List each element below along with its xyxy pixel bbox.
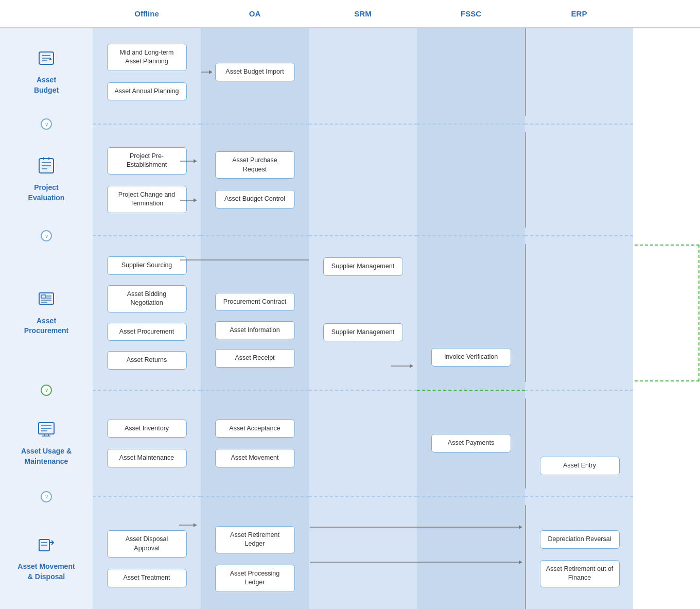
proc-procurement-contract: Procurement Contract (215, 293, 295, 311)
proc-project-pre: Project Pre-Establishment (107, 147, 187, 175)
asset-budget-icon (37, 49, 56, 71)
proc-asset-inventory: Asset Inventory (107, 420, 187, 438)
header-empty (0, 0, 93, 27)
label-asset-usage: Asset Usage &Maintenance (0, 398, 93, 489)
proc-asset-budget-import: Asset Budget Import (215, 63, 295, 81)
proc-mid-longterm: Mid and Long-term Asset Planning (107, 44, 187, 71)
proc-asset-treatment: Asset Treatment (107, 569, 187, 587)
arrow-budget-to-oa (201, 72, 216, 73)
oa-asset-budget: Asset Budget Import (201, 28, 309, 116)
oa-asset-procurement: Procurement Contract Asset Information A… (201, 244, 309, 382)
proc-supplier-mgmt-1: Supplier Management (323, 257, 403, 276)
collapse-btn-3[interactable]: ∨ (41, 385, 52, 396)
oa-asset-disposal: Asset Retirement Ledger Asset Processing… (201, 505, 309, 610)
srm-asset-procurement: Supplier Management Supplier Management (309, 244, 417, 382)
srm-asset-usage (309, 398, 417, 489)
section-project-eval: ProjectEvaluation Project Pre-Establishm… (0, 132, 700, 228)
srm-asset-disposal (309, 505, 417, 610)
label-asset-budget-text: AssetBudget (34, 75, 59, 95)
fssc-asset-usage: Asset Payments (417, 398, 525, 489)
svg-rect-15 (41, 295, 45, 298)
proc-asset-entry: Asset Entry (540, 457, 620, 475)
oa-asset-usage: Asset Acceptance Asset Movement (201, 398, 309, 489)
section-asset-budget: AssetBudget Mid and Long-term Asset Plan… (0, 28, 700, 116)
proc-asset-annual: Asset Annual Planning (107, 82, 187, 101)
section-asset-procurement: AssetProcurement Supplier Sourcing Asset… (0, 244, 700, 382)
label-asset-procurement-text: AssetProcurement (24, 316, 68, 336)
proc-supplier-mgmt-2: Supplier Management (323, 323, 403, 342)
proc-asset-bidding: Asset Bidding Negotiation (107, 285, 187, 312)
proc-asset-disposal-approval: Asset Disposal Approval (107, 530, 187, 558)
fssc-project-eval (417, 132, 525, 228)
asset-disposal-icon (37, 535, 56, 558)
srm-asset-budget (309, 28, 417, 116)
header-erp: ERP (525, 0, 633, 27)
sep-1: ∨ (0, 116, 700, 132)
asset-usage-icon (37, 420, 56, 442)
label-asset-procurement: AssetProcurement (0, 244, 93, 382)
collapse-btn-2[interactable]: ∨ (41, 230, 52, 241)
label-asset-disposal-text: Asset Movement& Disposal (18, 562, 75, 582)
project-eval-icon (37, 156, 56, 179)
asset-procurement-icon (37, 290, 56, 312)
collapse-btn-1[interactable]: ∨ (41, 118, 52, 130)
proc-asset-info: Asset Information (215, 321, 295, 340)
proc-asset-acceptance: Asset Acceptance (215, 420, 295, 438)
proc-depreciation-reversal: Depreciation Reversal (540, 530, 620, 549)
diagram-container: Offline OA SRM FSSC ERP AssetBudget Mid … (0, 0, 700, 609)
sep-3: ∨ (0, 382, 700, 398)
proc-asset-processing-ledger: Asset Processing Ledger (215, 565, 295, 592)
label-project-eval: ProjectEvaluation (0, 132, 93, 228)
proc-asset-procurement-box: Asset Procurement (107, 323, 187, 341)
erp-asset-procurement (525, 244, 633, 382)
proc-supplier-sourcing: Supplier Sourcing (107, 256, 187, 275)
header-row: Offline OA SRM FSSC ERP (0, 0, 700, 28)
label-asset-usage-text: Asset Usage &Maintenance (21, 446, 72, 466)
srm-project-eval (309, 132, 417, 228)
section-asset-usage: Asset Usage &Maintenance Asset Inventory… (0, 398, 700, 489)
proc-asset-receipt: Asset Receipt (215, 349, 295, 368)
erp-asset-disposal: Depreciation Reversal Asset Retirement o… (525, 505, 633, 610)
collapse-btn-4[interactable]: ∨ (41, 491, 52, 502)
proc-asset-maintenance: Asset Maintenance (107, 449, 187, 467)
sep-2: ∨ (0, 228, 700, 244)
proc-asset-retirement-ledger: Asset Retirement Ledger (215, 526, 295, 553)
header-offline: Offline (93, 0, 201, 27)
proc-asset-returns: Asset Returns (107, 351, 187, 370)
label-project-eval-text: ProjectEvaluation (28, 183, 65, 203)
header-oa: OA (201, 0, 309, 27)
oa-project-eval: Asset Purchase Request Asset Budget Cont… (201, 132, 309, 228)
offline-asset-usage: Asset Inventory Asset Maintenance (93, 398, 201, 489)
offline-asset-budget: Mid and Long-term Asset Planning Asset A… (93, 28, 201, 116)
proc-project-change: Project Change and Termination (107, 186, 187, 213)
label-asset-disposal: Asset Movement& Disposal (0, 505, 93, 610)
header-fssc: FSSC (417, 0, 525, 27)
proc-asset-movement: Asset Movement (215, 449, 295, 467)
sep-4: ∨ (0, 489, 700, 505)
section-asset-disposal: Asset Movement& Disposal Asset Disposal … (0, 505, 700, 610)
proc-asset-payments: Asset Payments (431, 434, 511, 453)
fssc-asset-procurement: Invoice Verification (417, 244, 525, 382)
erp-asset-usage: Asset Entry (525, 398, 633, 489)
offline-asset-procurement: Supplier Sourcing Asset Bidding Negotiat… (93, 244, 201, 382)
fssc-asset-budget (417, 28, 525, 116)
erp-asset-budget (525, 28, 633, 116)
erp-project-eval (525, 132, 633, 228)
proc-asset-purchase-req: Asset Purchase Request (215, 151, 295, 179)
arrow-pre-to-oa1 (180, 161, 201, 162)
proc-asset-retirement-finance: Asset Retirement out of Finance (540, 560, 620, 587)
header-srm: SRM (309, 0, 417, 27)
offline-project-eval: Project Pre-Establishment Project Change… (93, 132, 201, 228)
svg-marker-5 (209, 70, 212, 74)
proc-asset-budget-ctrl: Asset Budget Control (215, 190, 295, 208)
proc-invoice-verif: Invoice Verification (431, 348, 511, 367)
arrow-change-to-oa2 (180, 200, 201, 201)
label-asset-budget: AssetBudget (0, 28, 93, 116)
offline-asset-disposal: Asset Disposal Approval Asset Treatment (93, 505, 201, 610)
fssc-asset-disposal (417, 505, 525, 610)
